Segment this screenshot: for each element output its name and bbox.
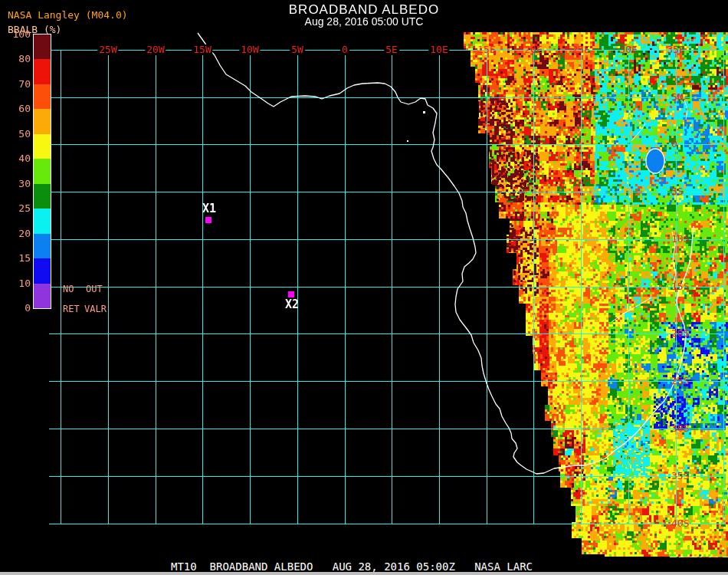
marker-x1-label: X1 xyxy=(202,202,216,215)
lat-label-40S: 40S xyxy=(671,518,689,529)
colorbar-tick-30: 30 xyxy=(0,179,31,189)
colorbar-tick-15: 15 xyxy=(0,253,31,264)
colorbar xyxy=(33,34,51,309)
colorbar-tick-25: 25 xyxy=(0,203,31,214)
footer-gray-strip xyxy=(0,572,728,575)
colorbar-segment-25-30 xyxy=(34,184,51,209)
colorbar-tick-100: 100 xyxy=(0,29,31,40)
map-canvas xyxy=(0,0,728,575)
colorbar-segment-15-20 xyxy=(34,234,51,259)
lat-label-15S: 15S xyxy=(671,281,689,292)
colorbar-tick-20: 20 xyxy=(0,228,31,239)
lon-label-25W: 25W xyxy=(97,44,118,55)
colorbar-tick-0: 0 xyxy=(0,303,31,314)
colorbar-tick-40: 40 xyxy=(0,153,31,164)
lat-label-5S: 5S xyxy=(671,186,684,197)
albedo-plot: BROADBAND ALBEDO Aug 28, 2016 05:00 UTC … xyxy=(0,0,728,575)
lon-label-5E: 5E xyxy=(384,44,399,55)
lat-label-5N: 5N xyxy=(671,92,684,103)
marker-x1-point xyxy=(205,217,212,223)
lon-label-10E: 10E xyxy=(428,44,449,55)
lon-label-0: 0 xyxy=(340,44,349,55)
marker-x2-point xyxy=(288,291,294,297)
colorbar-segment-70-80 xyxy=(34,59,51,84)
lat-label-35S: 35S xyxy=(671,471,689,481)
colorbar-tick-10: 10 xyxy=(0,278,31,289)
footer-text: MT10 BROADBAND ALBEDO AUG 28, 2016 05:00… xyxy=(171,560,533,573)
lat-label-30S: 30S xyxy=(671,423,689,434)
lon-label-30E: 30E xyxy=(619,44,637,55)
colorbar-segment-40-50 xyxy=(34,134,51,159)
colorbar-segment-30-40 xyxy=(34,159,51,184)
lat-label-25S: 25S xyxy=(671,376,689,386)
colorbar-tick-70: 70 xyxy=(0,79,31,90)
lon-label-5W: 5W xyxy=(290,44,305,55)
colorbar-segment-60-70 xyxy=(34,84,51,110)
lat-label-20S: 20S xyxy=(671,328,689,339)
colorbar-tick-50: 50 xyxy=(0,129,31,140)
colorbar-tick-60: 60 xyxy=(0,104,31,114)
lon-label-35E: 35E xyxy=(667,44,684,55)
lon-label-15W: 15W xyxy=(192,44,212,55)
no-ret-legend-out: OUT xyxy=(86,284,103,294)
lon-label-20E: 20E xyxy=(524,44,542,55)
colorbar-tick-80: 80 xyxy=(0,54,31,64)
no-ret-legend-valr: VALR xyxy=(84,304,107,314)
no-ret-legend-no: NO xyxy=(63,284,74,294)
colorbar-segment-10-15 xyxy=(34,258,51,284)
lat-label-10S: 10S xyxy=(671,234,689,245)
no-ret-legend-ret: RET xyxy=(63,304,80,314)
lon-label-20W: 20W xyxy=(145,44,166,55)
marker-x2-label: X2 xyxy=(285,298,299,310)
lat-label-0: 0 xyxy=(671,139,677,150)
lon-label-10W: 10W xyxy=(239,44,260,55)
colorbar-segment-50-60 xyxy=(34,109,51,134)
colorbar-segment-0-10 xyxy=(34,284,51,309)
colorbar-segment-80-100 xyxy=(34,34,51,60)
colorbar-segment-20-25 xyxy=(34,209,51,234)
lon-label-25E: 25E xyxy=(572,44,589,55)
lon-label-15E: 15E xyxy=(477,44,495,55)
source-label: NASA Langley (M04.0) xyxy=(8,9,128,21)
